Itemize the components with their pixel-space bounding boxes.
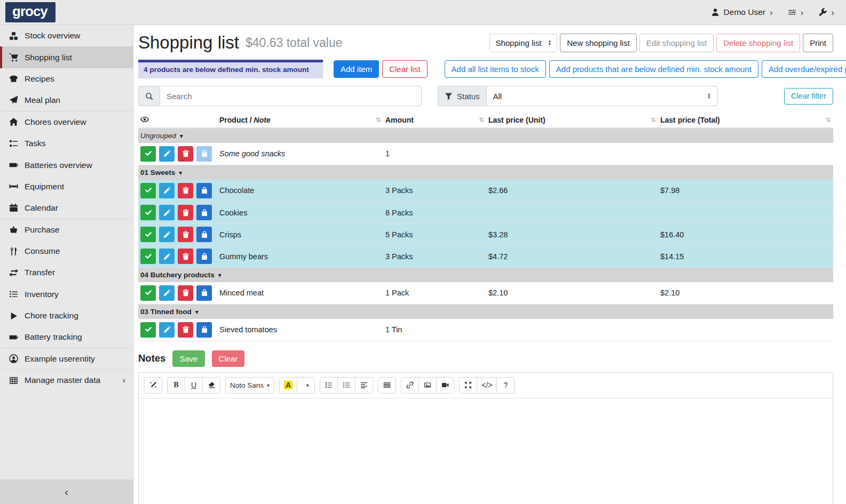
- row-done-button[interactable]: [140, 285, 156, 301]
- add-below-min-stock-button[interactable]: Add products that are below defined min.…: [549, 60, 758, 78]
- sidebar-item-battery-tracking[interactable]: Battery tracking: [0, 326, 133, 348]
- product-group-row[interactable]: 03 Tinned food▾: [138, 304, 833, 319]
- product-group-row[interactable]: 01 Sweets▾: [138, 165, 833, 180]
- row-edit-button[interactable]: [159, 249, 175, 264]
- clear-list-button[interactable]: Clear list: [382, 60, 427, 78]
- help-button[interactable]: ?: [496, 377, 515, 394]
- row-delete-button[interactable]: [178, 183, 193, 198]
- clear-filter-button[interactable]: Clear filter: [784, 88, 833, 105]
- link-button[interactable]: [401, 377, 419, 394]
- sidebar-collapse-button[interactable]: ‹: [0, 479, 133, 504]
- notes-clear-button[interactable]: Clear: [212, 350, 245, 367]
- paragraph-button[interactable]: [355, 377, 373, 394]
- row-add-to-stock-button[interactable]: [196, 322, 212, 338]
- sidebar-item-stock-overview[interactable]: Stock overview: [0, 25, 133, 46]
- font-family-button[interactable]: Noto Sans▾: [225, 377, 274, 394]
- row-done-button[interactable]: [140, 249, 156, 264]
- search-input[interactable]: [160, 86, 422, 106]
- add-item-button[interactable]: Add item: [334, 60, 379, 78]
- row-add-to-stock-button[interactable]: [196, 227, 212, 242]
- edit-shopping-list-button[interactable]: Edit shopping list: [639, 34, 714, 52]
- sidebar-item-recipes[interactable]: Recipes: [0, 68, 133, 90]
- product-name: Sieved tomatoes: [217, 319, 383, 341]
- sidebar-item-equipment[interactable]: Equipment: [0, 176, 133, 197]
- sidebar-item-manage-master-data[interactable]: Manage master data›: [0, 370, 133, 391]
- bold-button[interactable]: B: [167, 377, 185, 394]
- row-edit-button[interactable]: [159, 146, 175, 162]
- row-edit-button[interactable]: [159, 285, 175, 301]
- sidebar-item-example-userentity[interactable]: Example userentity: [0, 348, 133, 370]
- row-add-to-stock-button[interactable]: [196, 249, 212, 264]
- column-header-product[interactable]: Product / Note ⇅: [217, 113, 383, 128]
- admin-menu[interactable]: ›: [818, 8, 834, 17]
- group-name: 01 Sweets: [140, 169, 175, 177]
- print-button[interactable]: Print: [803, 34, 833, 52]
- sidebar-item-shopping-list[interactable]: Shopping list: [0, 46, 133, 68]
- last-price-unit-cell: [486, 202, 658, 223]
- row-done-button[interactable]: [140, 183, 156, 198]
- status-select[interactable]: All ▲▼: [486, 86, 718, 106]
- table-button[interactable]: [378, 377, 396, 394]
- sidebar-item-meal-plan[interactable]: Meal plan: [0, 90, 133, 111]
- codeview-button[interactable]: </>: [477, 377, 497, 394]
- sidebar-item-batteries-overview[interactable]: Batteries overview: [0, 154, 133, 175]
- row-done-button[interactable]: [140, 322, 156, 338]
- settings-menu[interactable]: ›: [788, 8, 804, 17]
- column-header-done[interactable]: [138, 113, 217, 128]
- last-price-unit-cell: $2.66: [486, 180, 658, 202]
- unordered-list-button[interactable]: [320, 377, 338, 394]
- row-add-to-stock-button[interactable]: [196, 183, 212, 198]
- color-picker-caret-button[interactable]: ▾: [297, 377, 315, 394]
- row-delete-button[interactable]: [178, 205, 193, 220]
- add-all-to-stock-button[interactable]: Add all list items to stock: [445, 60, 546, 78]
- sidebar-item-consume[interactable]: Consume: [0, 241, 133, 262]
- grocy-logo[interactable]: grocy: [5, 2, 56, 22]
- product-group-row[interactable]: 04 Butchery products▾: [138, 267, 833, 282]
- sidebar-item-chores-overview[interactable]: Chores overview: [0, 111, 133, 133]
- row-delete-button[interactable]: [178, 227, 193, 242]
- row-add-to-stock-button[interactable]: [196, 205, 212, 220]
- eraser-button[interactable]: [202, 377, 220, 394]
- underline-button[interactable]: U: [185, 377, 203, 394]
- add-overdue-button[interactable]: Add overdue/expired products: [762, 60, 846, 78]
- sidebar-item-purchase[interactable]: Purchase: [0, 219, 133, 241]
- row-delete-button[interactable]: [178, 285, 193, 301]
- row-edit-button[interactable]: [159, 183, 175, 198]
- sidebar-item-inventory[interactable]: Inventory: [0, 284, 133, 305]
- total-value: $40.63 total value: [246, 36, 343, 50]
- magic-button[interactable]: [144, 377, 162, 394]
- fullscreen-button[interactable]: [459, 377, 477, 394]
- row-add-to-stock-button[interactable]: [196, 285, 212, 301]
- sidebar-item-chore-tracking[interactable]: Chore tracking: [0, 305, 133, 326]
- highlight-color-button[interactable]: A: [279, 377, 297, 394]
- delete-shopping-list-button[interactable]: Delete shopping list: [716, 34, 800, 52]
- notes-editor-area[interactable]: [139, 398, 833, 504]
- row-edit-button[interactable]: [159, 205, 175, 220]
- eye-icon[interactable]: [140, 115, 149, 124]
- video-button[interactable]: [436, 377, 454, 394]
- column-header-last-price-total[interactable]: Last price (Total)⇅: [658, 113, 833, 128]
- list-icon: [9, 290, 19, 299]
- picture-button[interactable]: [418, 377, 437, 394]
- shopping-list-select[interactable]: Shopping list ▲▼: [489, 34, 557, 52]
- ordered-list-button[interactable]: [337, 377, 355, 394]
- row-delete-button[interactable]: [178, 322, 193, 338]
- row-edit-button[interactable]: [159, 322, 175, 338]
- notes-save-button[interactable]: Save: [172, 350, 204, 367]
- row-edit-button[interactable]: [159, 227, 175, 242]
- sidebar-item-calendar[interactable]: Calendar: [0, 197, 133, 219]
- column-header-last-price-unit[interactable]: Last price (Unit)⇅: [486, 113, 658, 128]
- row-delete-button[interactable]: [178, 249, 193, 264]
- sidebar-item-tasks[interactable]: Tasks: [0, 133, 133, 154]
- paragraph-icon: [360, 381, 368, 389]
- user-menu[interactable]: Demo User ›: [711, 7, 773, 17]
- row-done-button[interactable]: [140, 146, 156, 162]
- row-done-button[interactable]: [140, 227, 156, 242]
- product-group-row[interactable]: Ungrouped▾: [138, 128, 833, 143]
- column-header-amount[interactable]: Amount⇅: [383, 113, 486, 128]
- new-shopping-list-button[interactable]: New shopping list: [560, 34, 637, 52]
- row-delete-button[interactable]: [178, 146, 193, 162]
- row-done-button[interactable]: [140, 205, 156, 220]
- sidebar-item-transfer[interactable]: Transfer: [0, 262, 133, 283]
- shopping-list-table: Product / Note ⇅ Amount⇅ Last price (Uni…: [138, 113, 833, 341]
